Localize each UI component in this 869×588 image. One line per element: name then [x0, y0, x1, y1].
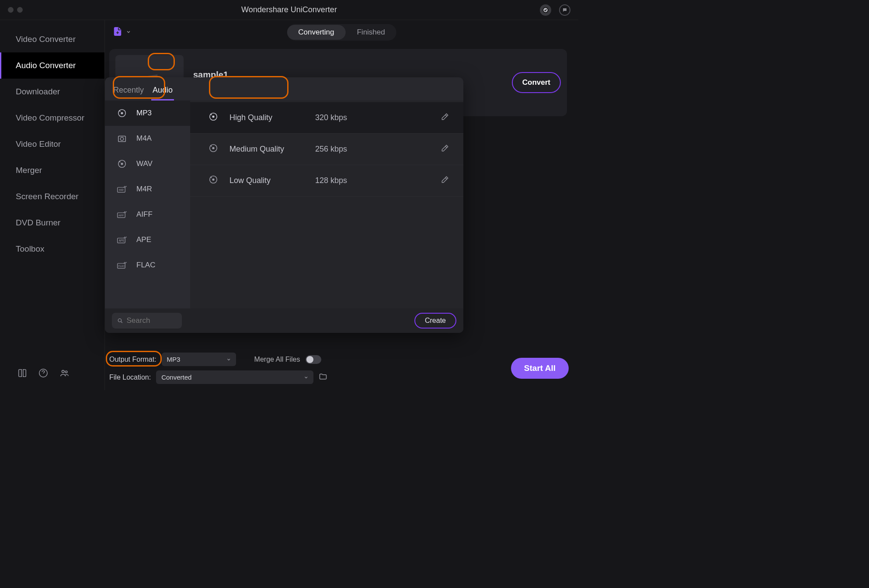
format-label: WAV	[136, 159, 153, 168]
format-flac[interactable]: FLAC FLAC	[105, 252, 190, 278]
svg-rect-6	[118, 136, 126, 142]
output-format-label: Output Format:	[109, 356, 156, 363]
svg-text:AIFF: AIFF	[118, 214, 124, 217]
create-button[interactable]: Create	[414, 313, 456, 329]
edit-icon[interactable]	[441, 112, 449, 123]
tab-recently[interactable]: Recently	[112, 84, 145, 100]
disc-icon	[116, 159, 128, 169]
window-controls	[8, 7, 23, 13]
start-all-button[interactable]: Start All	[511, 358, 569, 379]
minimize-window-icon[interactable]	[17, 7, 23, 13]
svg-text:FLAC: FLAC	[118, 265, 125, 267]
format-label: FLAC	[136, 261, 155, 270]
output-format-select[interactable]: MP3	[162, 353, 236, 366]
format-label: APE	[136, 235, 151, 244]
topbar: Converting Finished	[105, 20, 578, 45]
svg-point-24	[118, 319, 121, 322]
file-location-select[interactable]: Converted	[156, 370, 313, 384]
sidebar-item-video-compressor[interactable]: Video Compressor	[0, 105, 104, 131]
disc-icon	[209, 175, 218, 187]
svg-point-19	[212, 116, 214, 118]
sidebar-item-screen-recorder[interactable]: Screen Recorder	[0, 183, 104, 210]
sidebar-item-video-editor[interactable]: Video Editor	[0, 131, 104, 157]
format-label: M4R	[136, 185, 152, 194]
format-m4a[interactable]: M4A	[105, 126, 190, 151]
tab-converting[interactable]: Converting	[287, 25, 345, 40]
help-icon[interactable]	[38, 368, 48, 380]
quality-bitrate: 128 kbps	[315, 176, 347, 185]
folder-icon[interactable]	[319, 372, 327, 383]
disc-icon	[209, 143, 218, 155]
merge-all-label: Merge All Files	[254, 356, 300, 363]
svg-text:m4r: m4r	[119, 188, 124, 191]
sidebar-item-merger[interactable]: Merger	[0, 157, 104, 183]
app-title: Wondershare UniConverter	[241, 5, 337, 14]
sidebar-item-audio-converter[interactable]: Audio Converter	[0, 52, 104, 79]
guide-icon[interactable]	[17, 368, 27, 380]
quality-high[interactable]: High Quality 320 kbps	[190, 102, 463, 134]
format-aiff[interactable]: AIFF AIFF	[105, 202, 190, 227]
format-wav[interactable]: WAV	[105, 151, 190, 176]
edit-icon[interactable]	[441, 175, 449, 186]
close-window-icon[interactable]	[8, 7, 14, 13]
format-popover: Recently Audio MP3 M4A	[105, 77, 463, 333]
search-icon	[117, 317, 123, 324]
quality-label: Low Quality	[229, 176, 304, 185]
file-badge-icon: AIFF	[116, 210, 128, 219]
sidebar-item-dvd-burner[interactable]: DVD Burner	[0, 210, 104, 236]
disc-icon	[116, 108, 128, 118]
sidebar-item-toolbox[interactable]: Toolbox	[0, 236, 104, 262]
bottom-bar: Output Format: MP3 Merge All Files File …	[105, 348, 578, 390]
sidebar-item-video-converter[interactable]: Video Converter	[0, 26, 104, 52]
camera-icon	[116, 134, 128, 143]
svg-point-23	[212, 179, 214, 180]
sidebar: Video Converter Audio Converter Download…	[0, 20, 105, 390]
quality-low[interactable]: Low Quality 128 kbps	[190, 165, 463, 197]
quality-medium[interactable]: Medium Quality 256 kbps	[190, 134, 463, 165]
titlebar: Wondershare UniConverter	[0, 0, 578, 20]
svg-text:APE: APE	[119, 239, 125, 242]
quality-bitrate: 256 kbps	[315, 145, 347, 154]
merge-toggle[interactable]	[306, 355, 321, 364]
search-input[interactable]	[112, 313, 182, 329]
add-file-button[interactable]	[113, 26, 122, 38]
format-label: AIFF	[136, 210, 153, 219]
feedback-icon[interactable]	[559, 4, 570, 16]
svg-point-21	[212, 147, 214, 149]
format-label: MP3	[136, 109, 152, 118]
convert-button[interactable]: Convert	[512, 72, 561, 93]
svg-point-7	[120, 137, 123, 140]
quality-list: High Quality 320 kbps Medium Quality 256…	[190, 100, 463, 308]
edit-icon[interactable]	[441, 144, 449, 155]
format-label: M4A	[136, 134, 152, 143]
file-badge-icon: m4r	[116, 184, 128, 194]
file-location-label: File Location:	[109, 374, 151, 381]
format-mp3[interactable]: MP3	[105, 100, 190, 126]
tab-finished[interactable]: Finished	[345, 25, 396, 40]
chevron-down-icon[interactable]	[126, 28, 131, 36]
svg-point-9	[121, 163, 123, 165]
format-m4r[interactable]: m4r M4R	[105, 176, 190, 202]
svg-point-3	[65, 371, 67, 373]
format-list: MP3 M4A WAV m4r M4R	[105, 100, 190, 308]
tab-audio[interactable]: Audio	[151, 84, 174, 100]
format-ape[interactable]: APE APE	[105, 227, 190, 252]
file-badge-icon: FLAC	[116, 260, 128, 270]
quality-label: Medium Quality	[229, 145, 304, 154]
sidebar-item-downloader[interactable]: Downloader	[0, 79, 104, 105]
status-segmented: Converting Finished	[287, 24, 396, 41]
svg-point-5	[121, 112, 123, 114]
file-badge-icon: APE	[116, 235, 128, 245]
account-icon[interactable]	[540, 4, 551, 16]
disc-icon	[209, 112, 218, 124]
quality-bitrate: 320 kbps	[315, 113, 347, 122]
svg-point-2	[62, 370, 65, 373]
contacts-icon[interactable]	[59, 368, 69, 380]
quality-label: High Quality	[229, 113, 304, 122]
